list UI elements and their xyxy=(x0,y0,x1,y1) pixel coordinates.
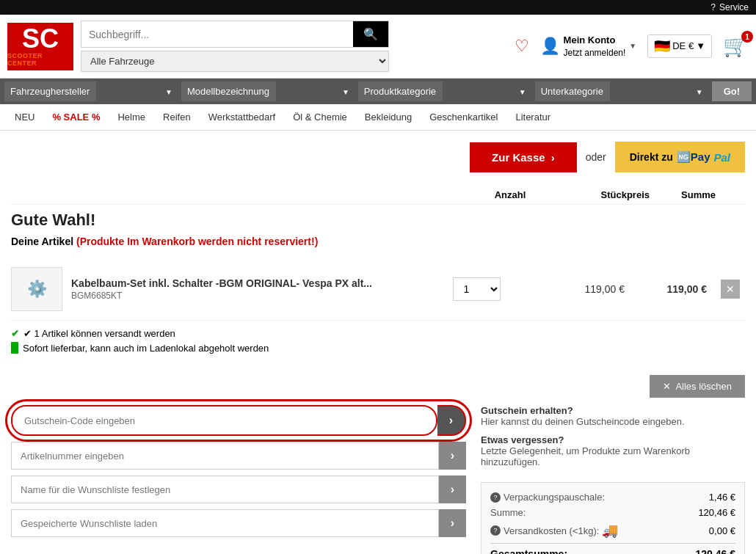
gutschein-input[interactable] xyxy=(11,405,437,436)
search-row: 🔍 xyxy=(81,21,389,48)
summary-row-summe: Summe: 120,46 € xyxy=(490,507,735,518)
nav-item-werkstatt[interactable]: Werkstattbedarf xyxy=(200,104,285,130)
account-icon: 👤 xyxy=(540,37,560,56)
artikel-input[interactable] xyxy=(11,442,439,470)
filter-unterkategorie[interactable]: Unterkategorie xyxy=(535,81,610,101)
wunschliste-name-input[interactable] xyxy=(11,475,439,503)
info-icon-versand[interactable]: ? xyxy=(490,525,501,536)
paypal-button[interactable]: Direkt zu 🆖Pay Pal xyxy=(615,142,745,172)
item-image: ⚙️ xyxy=(11,267,62,311)
account-dropdown-icon: ▼ xyxy=(629,42,636,50)
gutschein-row: › xyxy=(11,405,466,436)
summary-row-versand: ? Versandkosten (<1kg): 🚚 0,00 € xyxy=(490,522,735,539)
nav-item-oel[interactable]: Öl & Chemie xyxy=(284,104,356,130)
info-text-1: Letzte Gelegenheit, um Produkte zum Ware… xyxy=(481,445,745,467)
versand-label: Versandkosten (<1kg): xyxy=(504,525,599,536)
logo[interactable]: SC SCOOTER CENTER xyxy=(7,23,73,70)
wunschliste-name-row: › xyxy=(11,475,466,503)
wunschliste-load-input[interactable] xyxy=(11,509,439,537)
left-forms: › › › › xyxy=(11,405,466,554)
nav-item-helme[interactable]: Helme xyxy=(109,104,154,130)
nav-item-neu[interactable]: NEU xyxy=(6,104,43,130)
deine-artikel-warning: (Produkte Im Warenkorb werden nicht rese… xyxy=(76,236,318,247)
lang-label: DE € xyxy=(672,40,694,51)
item-name[interactable]: Kabelbaum-Set inkl. Schalter -BGM ORIGIN… xyxy=(71,277,431,289)
wunschliste-load-submit-button[interactable]: › xyxy=(439,509,466,537)
col-summe: Summe xyxy=(650,189,745,200)
nav-item-bekleidung[interactable]: Bekleidung xyxy=(356,104,421,130)
info-icon-verpackung[interactable]: ? xyxy=(490,492,501,503)
stock-row-1: ✔ ✔ 1 Artikel können versandt werden xyxy=(11,328,745,339)
gesamt-label: Gesamtsumme: xyxy=(490,548,567,554)
verpackung-val: 1,46 € xyxy=(709,492,735,503)
deine-artikel: Deine Artikel (Produkte Im Warenkorb wer… xyxy=(11,236,745,247)
oder-label: oder xyxy=(586,151,606,163)
logo-brand: SCOOTER CENTER xyxy=(7,52,73,67)
checkmark-icon: ✔ xyxy=(11,328,19,339)
wunschliste-load-row: › xyxy=(11,509,466,537)
header-actions: ♡ 👤 Mein Konto Jetzt anmelden! ▼ 🇩🇪 DE €… xyxy=(515,34,749,59)
shipping-icon: 🚚 xyxy=(602,522,618,539)
info-block-1: Etwas vergessen? Letzte Gelegenheit, um … xyxy=(481,434,745,467)
wishlist-button[interactable]: ♡ xyxy=(515,37,529,56)
cart-item: ⚙️ Kabelbaum-Set inkl. Schalter -BGM ORI… xyxy=(11,258,745,321)
deine-artikel-label: Deine Artikel xyxy=(11,236,73,247)
col-stueckpreis: Stückpreis xyxy=(547,189,650,200)
item-qty: 1 2 3 xyxy=(440,277,513,301)
item-image-icon: ⚙️ xyxy=(27,280,47,299)
cart-badge: 1 xyxy=(741,31,753,43)
checkout-row: Zur Kasse › oder Direkt zu 🆖Pay Pal xyxy=(11,142,745,172)
vehicle-select[interactable]: Alle Fahrzeuge xyxy=(81,51,389,72)
summary-row-verpackung: ? Verpackungspauschale: 1,46 € xyxy=(490,492,735,503)
remove-button[interactable]: ✕ xyxy=(721,280,740,299)
x-icon: ✕ xyxy=(663,381,671,392)
artikel-submit-button[interactable]: › xyxy=(439,442,466,470)
filter-kategorie[interactable]: Produktkategorie xyxy=(358,81,443,101)
filter-modell[interactable]: Modellbezeichnung xyxy=(181,81,276,101)
alles-loeschen-row: ✕ Alles löschen xyxy=(11,375,745,398)
info-title-1: Etwas vergessen? xyxy=(481,434,564,445)
nav-item-geschenk[interactable]: Geschenkartikel xyxy=(421,104,506,130)
stock-label-1: ✔ 1 Artikel können versandt werden xyxy=(23,328,175,339)
col-anzahl: Anzahl xyxy=(473,189,547,200)
filter-hersteller[interactable]: Fahrzeughersteller xyxy=(4,81,96,101)
artikel-row: › xyxy=(11,442,466,470)
summe-val: 120,46 € xyxy=(698,507,735,518)
gutschein-wrapper: › xyxy=(11,405,466,436)
paypal-pay: Pal xyxy=(713,151,730,164)
item-info: Kabelbaum-Set inkl. Schalter -BGM ORIGIN… xyxy=(71,277,431,301)
stock-row-2: Sofort lieferbar, kann auch im Ladenloka… xyxy=(11,342,745,354)
qty-select[interactable]: 1 2 3 xyxy=(453,277,501,301)
item-price: 119,00 € xyxy=(522,283,625,295)
zur-kasse-button[interactable]: Zur Kasse › xyxy=(470,142,577,172)
summe-label: Summe: xyxy=(490,507,526,518)
paypal-text: 🆖Pay xyxy=(677,150,710,164)
account-button[interactable]: 👤 Mein Konto Jetzt anmelden! ▼ xyxy=(540,34,637,59)
flag-icon: 🇩🇪 xyxy=(654,38,670,54)
search-input[interactable] xyxy=(81,21,353,47)
filter-go-button[interactable]: Go! xyxy=(712,81,752,101)
wunschliste-name-submit-button[interactable]: › xyxy=(439,475,466,503)
filter-unterkategorie-wrap: Unterkategorie xyxy=(535,81,709,101)
nav-item-sale[interactable]: % SALE % xyxy=(43,104,109,130)
search-button[interactable]: 🔍 xyxy=(353,21,388,47)
lang-dropdown-icon: ▼ xyxy=(696,40,705,51)
gesamt-val: 120,46 € xyxy=(696,548,736,554)
gutschein-submit-button[interactable]: › xyxy=(437,405,466,436)
item-sku: BGM6685KT xyxy=(71,291,431,301)
language-button[interactable]: 🇩🇪 DE € ▼ xyxy=(647,34,712,58)
nav-bar: NEU % SALE % Helme Reifen Werkstattbedar… xyxy=(0,104,756,131)
filter-bar: Fahrzeughersteller Modellbezeichnung Pro… xyxy=(0,79,756,104)
alles-loeschen-button[interactable]: ✕ Alles löschen xyxy=(650,375,745,398)
nav-item-reifen[interactable]: Reifen xyxy=(154,104,200,130)
nav-item-literatur[interactable]: Literatur xyxy=(506,104,559,130)
item-total: 119,00 € xyxy=(633,283,707,295)
account-label: Mein Konto xyxy=(564,34,626,47)
question-icon: ? xyxy=(710,2,716,12)
cart-button[interactable]: 🛒 1 xyxy=(723,34,749,58)
table-header: Anzahl Stückpreis Summe xyxy=(11,186,745,205)
info-text-0: Hier kannst du deinen Gutscheincode eing… xyxy=(481,416,685,427)
right-info: Gutschein erhalten? Hier kannst du deine… xyxy=(481,405,745,554)
verpackung-label: Verpackungspauschale: xyxy=(504,492,605,503)
service-label[interactable]: Service xyxy=(719,2,749,12)
